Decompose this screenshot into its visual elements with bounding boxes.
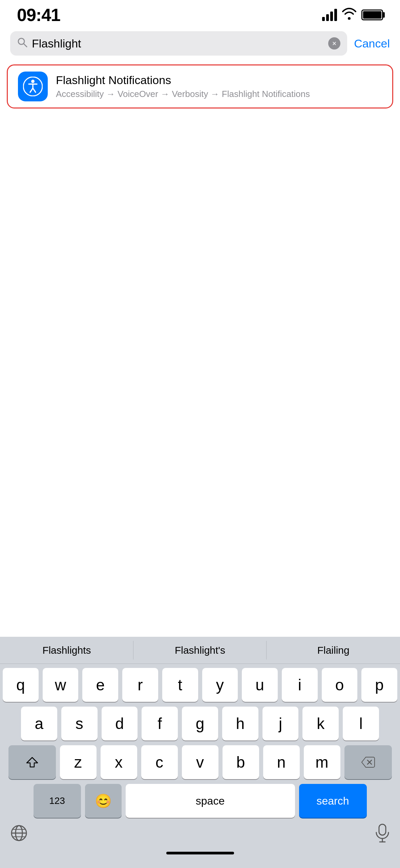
- search-bar[interactable]: Flashlight ×: [10, 31, 347, 56]
- key-c[interactable]: c: [141, 745, 178, 779]
- key-o[interactable]: o: [322, 668, 358, 702]
- key-row-4: 123 😊 space search: [3, 784, 397, 818]
- search-icon: [17, 37, 28, 50]
- svg-point-3: [31, 80, 35, 83]
- shift-key[interactable]: [8, 745, 56, 779]
- result-breadcrumb: Accessibility → VoiceOver → Verbosity → …: [56, 89, 382, 99]
- key-v[interactable]: v: [182, 745, 218, 779]
- key-z[interactable]: z: [60, 745, 97, 779]
- content-area: [0, 113, 400, 384]
- key-a[interactable]: a: [21, 707, 57, 741]
- microphone-icon[interactable]: [375, 824, 390, 847]
- key-n[interactable]: n: [263, 745, 300, 779]
- result-icon: [18, 72, 48, 101]
- home-bar: [166, 852, 234, 854]
- search-key[interactable]: search: [299, 784, 367, 818]
- autocorrect-flailing[interactable]: Flailing: [267, 637, 400, 664]
- key-k[interactable]: k: [302, 707, 339, 741]
- space-key[interactable]: space: [126, 784, 295, 818]
- wifi-icon: [342, 7, 357, 22]
- cancel-button[interactable]: Cancel: [354, 37, 390, 50]
- key-w[interactable]: w: [43, 668, 79, 702]
- numbers-key[interactable]: 123: [34, 784, 81, 818]
- result-text-group: Flashlight Notifications Accessibility →…: [56, 74, 382, 99]
- key-x[interactable]: x: [101, 745, 137, 779]
- battery-icon: [361, 9, 383, 20]
- key-e[interactable]: e: [82, 668, 118, 702]
- signal-icon: [322, 9, 337, 21]
- key-d[interactable]: d: [102, 707, 138, 741]
- keyboard: Flashlights Flashlight's Flailing q w e …: [0, 637, 400, 868]
- key-m[interactable]: m: [304, 745, 340, 779]
- home-indicator: [0, 847, 400, 858]
- search-input-value[interactable]: Flashlight: [32, 37, 324, 50]
- key-b[interactable]: b: [223, 745, 259, 779]
- svg-line-1: [24, 44, 27, 47]
- key-rows: q w e r t y u i o p a s d f g h j k l: [0, 664, 400, 818]
- key-u[interactable]: u: [242, 668, 278, 702]
- key-s[interactable]: s: [61, 707, 98, 741]
- autocorrect-flashlights-apostrophe[interactable]: Flashlight's: [133, 637, 267, 664]
- key-p[interactable]: p: [361, 668, 397, 702]
- emoji-key[interactable]: 😊: [85, 784, 122, 818]
- bottom-function-row: [0, 823, 400, 847]
- search-results: Flashlight Notifications Accessibility →…: [0, 60, 400, 113]
- delete-key[interactable]: [344, 745, 392, 779]
- autocorrect-bar: Flashlights Flashlight's Flailing: [0, 637, 400, 664]
- key-r[interactable]: r: [122, 668, 158, 702]
- key-row-2: a s d f g h j k l: [3, 707, 397, 741]
- key-t[interactable]: t: [162, 668, 198, 702]
- key-row-1: q w e r t y u i o p: [3, 668, 397, 702]
- result-title: Flashlight Notifications: [56, 74, 382, 87]
- globe-icon[interactable]: [10, 824, 28, 846]
- key-g[interactable]: g: [182, 707, 218, 741]
- status-time: 09:41: [17, 5, 60, 25]
- search-container: Flashlight × Cancel: [0, 27, 400, 60]
- search-clear-button[interactable]: ×: [328, 37, 340, 50]
- result-item[interactable]: Flashlight Notifications Accessibility →…: [7, 64, 393, 108]
- key-q[interactable]: q: [3, 668, 39, 702]
- status-icons: [322, 7, 383, 22]
- svg-rect-11: [379, 824, 386, 835]
- key-y[interactable]: y: [202, 668, 238, 702]
- key-row-3: z x c v b n m: [3, 745, 397, 779]
- autocorrect-flashlights[interactable]: Flashlights: [0, 637, 133, 664]
- key-j[interactable]: j: [262, 707, 299, 741]
- key-f[interactable]: f: [142, 707, 178, 741]
- key-h[interactable]: h: [222, 707, 258, 741]
- key-i[interactable]: i: [282, 668, 318, 702]
- key-l[interactable]: l: [343, 707, 379, 741]
- status-bar: 09:41: [0, 0, 400, 27]
